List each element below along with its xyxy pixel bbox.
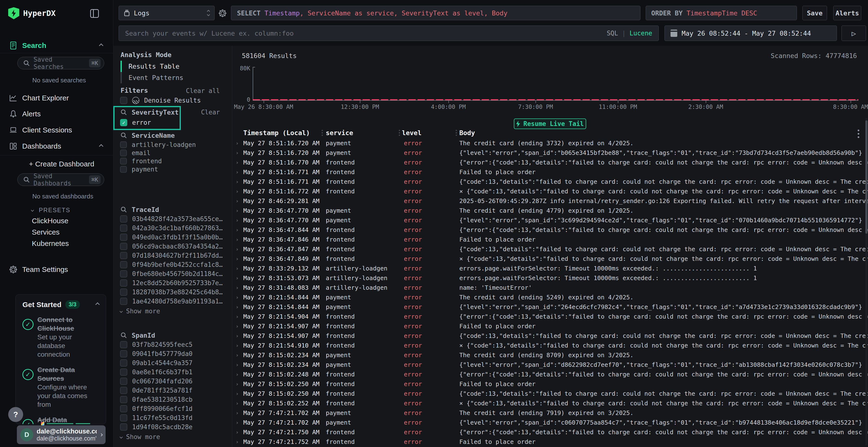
denoise-row[interactable]: Denoise Results <box>113 96 232 105</box>
expand-row-chevron-icon[interactable]: › <box>236 285 243 291</box>
user-menu[interactable]: D dale@clickhouse.com dale@clickhouse.co… <box>17 425 105 444</box>
denoise-checkbox[interactable] <box>120 97 127 104</box>
table-row[interactable]: › May 27 8:15:02.248 AM frontend error {… <box>232 370 868 379</box>
table-row[interactable]: › May 27 8:46:29.281 AM error 2025-05-26… <box>232 196 868 206</box>
facet-option[interactable]: payment <box>113 165 232 173</box>
table-row[interactable]: › May 27 7:47:21.752 AM frontend error F… <box>232 437 868 447</box>
alerts-button[interactable]: Alerts <box>833 6 861 20</box>
expand-row-chevron-icon[interactable]: › <box>236 371 243 377</box>
expand-row-chevron-icon[interactable]: › <box>236 179 243 185</box>
table-row[interactable]: › May 27 7:47:21.702 AM payment error {"… <box>232 418 868 427</box>
preset-item[interactable]: Kubernetes <box>32 239 69 248</box>
table-row[interactable]: › May 27 8:21:54.844 AM payment error Th… <box>232 293 868 302</box>
expand-row-chevron-icon[interactable]: › <box>236 333 243 339</box>
facet-option[interactable]: frontend <box>113 157 232 165</box>
create-dashboard-button[interactable]: + Create Dashboard <box>29 160 94 168</box>
table-row[interactable]: › May 27 8:36:47.847 AM frontend error {… <box>232 244 868 254</box>
table-row[interactable]: › May 27 8:15:02.252 AM frontend error ×… <box>232 398 868 408</box>
facet-option[interactable]: artillery-loadgen <box>113 141 232 149</box>
facet-option[interactable]: 03b44828f42a3573ea655ce… <box>113 214 232 224</box>
span-show-more[interactable]: Show more <box>113 433 232 441</box>
facet-option[interactable]: 11c67fe55c0d13fd <box>113 413 232 422</box>
save-button[interactable]: Save <box>802 6 827 20</box>
checkbox[interactable] <box>120 279 127 286</box>
facet-option[interactable]: 049ed0ac3fdb1f3f15a0b0b… <box>113 233 232 242</box>
sidebar-item-search[interactable]: Search <box>0 40 113 51</box>
trace-show-more[interactable]: Show more <box>113 307 232 315</box>
expand-row-chevron-icon[interactable]: › <box>236 429 243 435</box>
facet-option[interactable]: 12ec8dd52b60b9525733b7e… <box>113 278 232 287</box>
checkbox[interactable] <box>120 243 127 250</box>
table-row[interactable]: › May 27 8:51:16.720 AM payment error {"… <box>232 148 868 158</box>
table-row[interactable]: › May 27 8:21:54.907 AM frontend error F… <box>232 321 868 331</box>
table-row[interactable]: › May 27 8:21:54.907 AM frontend error {… <box>232 331 868 341</box>
facet-option[interactable]: 0de781ff325a781f <box>113 386 232 395</box>
expand-row-chevron-icon[interactable]: › <box>236 391 243 397</box>
expand-row-chevron-icon[interactable]: › <box>236 439 243 445</box>
select-clause-editor[interactable]: SELECT Timestamp , ServiceName as servic… <box>231 6 641 20</box>
expand-row-chevron-icon[interactable]: › <box>236 188 243 194</box>
facet-option[interactable]: 09041fb457779da0 <box>113 349 232 358</box>
search-icon[interactable] <box>120 206 127 213</box>
checkbox[interactable] <box>120 405 127 412</box>
table-row[interactable]: › May 27 8:36:47.846 AM frontend error F… <box>232 235 868 244</box>
preset-item[interactable]: Services <box>32 228 60 236</box>
checkbox[interactable] <box>120 225 127 232</box>
sidebar-item-client-sessions[interactable]: Client Sessions <box>0 125 113 136</box>
checkbox[interactable] <box>120 341 127 348</box>
source-select[interactable]: Logs <box>119 6 215 20</box>
table-row[interactable]: › May 27 7:47:21.702 AM payment error Th… <box>232 408 868 418</box>
help-button[interactable]: ? <box>8 407 23 422</box>
checkbox[interactable] <box>120 350 127 357</box>
expand-row-chevron-icon[interactable]: › <box>236 304 243 310</box>
preset-item[interactable]: ClickHouse <box>32 217 68 225</box>
facet-option[interactable]: 09ab1c4544c9a357 <box>113 358 232 368</box>
table-row[interactable]: › May 27 8:51:16.771 AM frontend error {… <box>232 177 868 186</box>
lang-sql-toggle[interactable]: SQL <box>607 30 618 37</box>
severity-option-error[interactable]: ✓ error <box>113 118 232 127</box>
table-row[interactable]: › May 27 8:15:02.234 AM payment error {"… <box>232 360 868 370</box>
facet-option[interactable]: 042a30c3dc1baf660b27863… <box>113 224 232 233</box>
mode-results-table[interactable]: Results Table <box>113 61 232 72</box>
column-resize-handle-icon[interactable] <box>397 130 402 136</box>
orderby-clause-editor[interactable]: ORDER BY TimestampTime DESC <box>646 6 797 20</box>
checkbox[interactable] <box>120 158 127 165</box>
run-query-button[interactable]: ▷ <box>841 26 866 41</box>
checkbox[interactable] <box>120 149 127 156</box>
table-row[interactable]: › May 27 8:36:47.770 AM payment error Th… <box>232 206 868 215</box>
col-body[interactable]: Body <box>459 129 868 137</box>
expand-row-chevron-icon[interactable]: › <box>236 362 243 368</box>
sidebar-item-dashboards[interactable]: Dashboards <box>0 141 113 152</box>
checkbox[interactable] <box>120 270 127 277</box>
clear-all-button[interactable]: Clear all <box>186 87 220 94</box>
expand-row-chevron-icon[interactable]: › <box>236 410 243 416</box>
table-row[interactable]: › May 27 8:31:53.073 AM artillery-loadge… <box>232 273 868 283</box>
expand-row-chevron-icon[interactable]: › <box>236 198 243 204</box>
table-row[interactable]: › May 27 8:51:16.772 AM frontend error ×… <box>232 186 868 196</box>
checkbox[interactable] <box>120 234 127 241</box>
table-row[interactable]: › May 27 8:15:02.250 AM frontend error F… <box>232 379 868 389</box>
mode-event-patterns[interactable]: Event Patterns <box>113 72 232 83</box>
get-started-item[interactable]: ✓ Connect to ClickHouse Set up your data… <box>23 315 99 359</box>
checked-checkbox[interactable]: ✓ <box>120 119 127 126</box>
col-level[interactable]: level <box>402 129 453 137</box>
facet-option[interactable]: 0ae8e1f6c6b37fb1 <box>113 368 232 377</box>
expand-row-chevron-icon[interactable]: › <box>236 140 243 146</box>
facet-option[interactable]: 0f94b9befe0b4252ccfa1c8… <box>113 260 232 269</box>
expand-row-chevron-icon[interactable]: › <box>236 275 243 281</box>
checkbox[interactable] <box>120 166 127 173</box>
facet-option[interactable]: 1d94f08c5acdb28e <box>113 422 232 432</box>
facet-option[interactable]: 0c0667304fafd206 <box>113 377 232 386</box>
facet-option[interactable]: 07d184304627bf2f11b67dd… <box>113 251 232 260</box>
checkbox[interactable] <box>120 359 127 367</box>
checkbox[interactable] <box>120 141 127 148</box>
logo[interactable]: HyperDX <box>8 7 56 19</box>
expand-row-chevron-icon[interactable]: › <box>236 352 243 358</box>
get-started-item[interactable]: ✓ Create Data Sources Configure where yo… <box>23 366 99 409</box>
table-row[interactable]: › May 27 8:51:16.770 AM frontend error {… <box>232 158 868 167</box>
facet-option[interactable]: 056cd9acbaac8637a4354a2… <box>113 242 232 251</box>
expand-row-chevron-icon[interactable]: › <box>236 342 243 348</box>
table-row[interactable]: › May 27 8:21:54.904 AM frontend error {… <box>232 312 868 321</box>
scrollbar-thumb[interactable] <box>865 121 868 234</box>
expand-row-chevron-icon[interactable]: › <box>236 208 243 214</box>
